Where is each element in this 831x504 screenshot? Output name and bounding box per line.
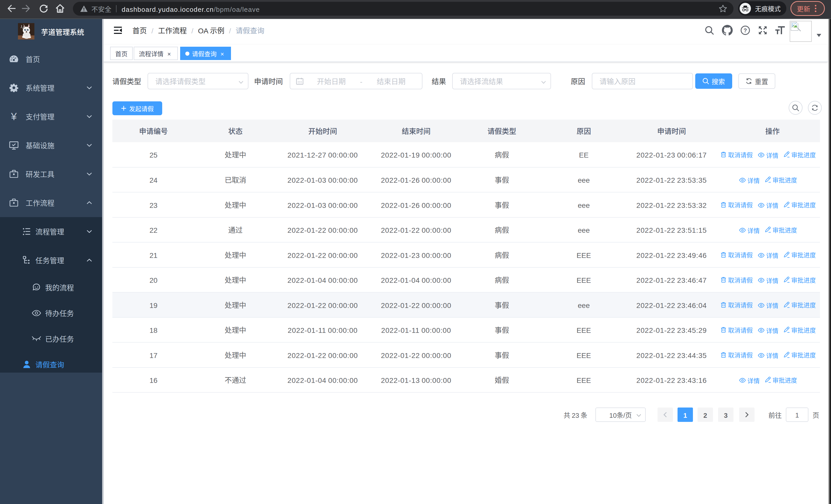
svg-text:?: ? [744,27,747,34]
